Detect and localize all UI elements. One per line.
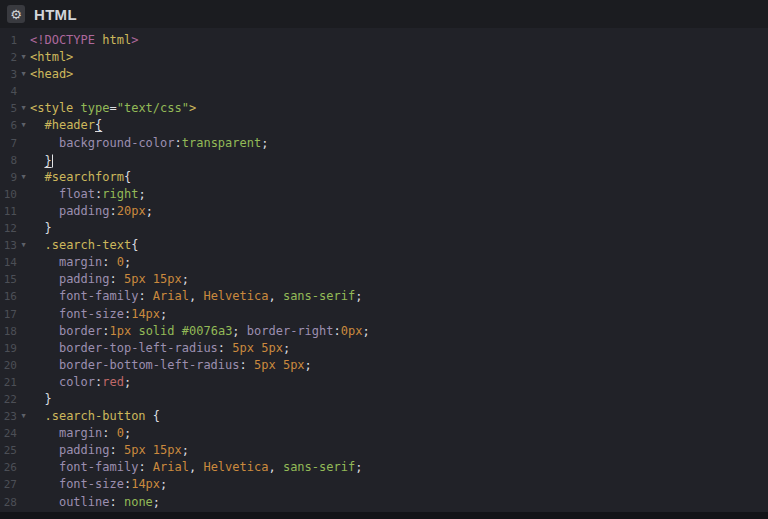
code-editor[interactable]: 1<!DOCTYPE html>2▼<html>3▼<head>45▼<styl… (0, 28, 768, 512)
token-plain: ; (355, 289, 362, 303)
code-text: } (30, 220, 52, 237)
code-text: #header{ (30, 117, 102, 134)
token-plain: : (218, 341, 232, 355)
token-plain: : (334, 324, 341, 338)
token-number: 20px (117, 204, 146, 218)
token-property: border (59, 324, 102, 338)
fold-arrow-icon[interactable]: ▼ (17, 117, 30, 134)
code-line[interactable]: 22 } (0, 391, 768, 408)
code-line[interactable]: 12 } (0, 220, 768, 237)
code-line[interactable]: 18 border:1px solid #0076a3; border-righ… (0, 323, 768, 340)
code-line[interactable]: 20 border-bottom-left-radius: 5px 5px; (0, 357, 768, 374)
code-line[interactable]: 24 margin: 0; (0, 425, 768, 442)
code-text: font-size:14px; (30, 306, 167, 323)
token-selector: .search-text (44, 238, 131, 252)
fold-arrow-icon[interactable]: ▼ (17, 169, 30, 186)
line-number: 17 (0, 306, 17, 323)
code-line[interactable]: 17 font-size:14px; (0, 306, 768, 323)
code-text: <!DOCTYPE html> (30, 32, 138, 49)
code-line[interactable]: 11 padding:20px; (0, 203, 768, 220)
code-line[interactable]: 13▼ .search-text{ (0, 237, 768, 254)
code-line[interactable]: 4 (0, 83, 768, 100)
code-line[interactable]: 1<!DOCTYPE html> (0, 32, 768, 49)
code-line[interactable]: 25 padding: 5px 15px; (0, 442, 768, 459)
pane-divider[interactable] (0, 512, 768, 519)
code-line[interactable]: 7 background-color:transparent; (0, 135, 768, 152)
token-plain: ; (160, 307, 167, 321)
token-property: float (59, 187, 95, 201)
code-text: border-top-left-radius: 5px 5px; (30, 340, 290, 357)
token-plain (30, 460, 59, 474)
line-number: 2 (0, 49, 17, 66)
code-line[interactable]: 28 outline: none; (0, 494, 768, 511)
token-bracematch: } (44, 154, 51, 168)
token-colorkw: red (102, 375, 124, 389)
code-line[interactable]: 2▼<html> (0, 49, 768, 66)
token-number: 0 (117, 255, 124, 269)
fold-spacer (17, 83, 30, 100)
token-plain: , (189, 289, 203, 303)
token-plain: { (124, 170, 131, 184)
token-plain: : (240, 358, 254, 372)
code-line[interactable]: 19 border-top-left-radius: 5px 5px; (0, 340, 768, 357)
code-line[interactable]: 8 } (0, 152, 768, 169)
line-number: 20 (0, 357, 17, 374)
code-line[interactable]: 9▼ #searchform{ (0, 169, 768, 186)
fold-spacer (17, 32, 30, 49)
code-text: border:1px solid #0076a3; border-right:0… (30, 323, 370, 340)
token-plain: : (138, 289, 152, 303)
token-plain: ; (124, 426, 131, 440)
token-fontname: Arial (153, 289, 189, 303)
code-line[interactable]: 15 padding: 5px 15px; (0, 271, 768, 288)
token-plain: = (109, 101, 116, 115)
line-number: 27 (0, 476, 17, 493)
line-number: 28 (0, 494, 17, 511)
token-plain (146, 443, 153, 457)
token-plain (30, 358, 59, 372)
token-plain (30, 170, 44, 184)
token-tag: <style (30, 101, 81, 115)
code-text: background-color:transparent; (30, 135, 268, 152)
token-property: border-right (247, 324, 334, 338)
token-property: font-family (59, 289, 138, 303)
fold-arrow-icon[interactable]: ▼ (17, 66, 30, 83)
code-text: border-bottom-left-radius: 5px 5px; (30, 357, 312, 374)
fold-spacer (17, 186, 30, 203)
code-line[interactable]: 21 color:red; (0, 374, 768, 391)
token-value: solid (138, 324, 174, 338)
settings-button[interactable]: ⚙ (7, 5, 25, 23)
line-number: 14 (0, 254, 17, 271)
token-plain (276, 358, 283, 372)
fold-spacer (17, 254, 30, 271)
code-line[interactable]: 5▼<style type="text/css"> (0, 100, 768, 117)
token-plain: ; (124, 375, 131, 389)
code-line[interactable]: 26 font-family: Arial, Helvetica, sans-s… (0, 459, 768, 476)
gear-icon: ⚙ (10, 8, 22, 21)
token-tag: > (189, 101, 196, 115)
code-line[interactable]: 10 float:right; (0, 186, 768, 203)
code-line[interactable]: 6▼ #header{ (0, 117, 768, 134)
token-plain: } (30, 392, 52, 406)
fold-spacer (17, 357, 30, 374)
fold-arrow-icon[interactable]: ▼ (17, 237, 30, 254)
token-plain (30, 375, 59, 389)
code-line[interactable]: 14 margin: 0; (0, 254, 768, 271)
code-line[interactable]: 3▼<head> (0, 66, 768, 83)
fold-arrow-icon[interactable]: ▼ (17, 49, 30, 66)
code-line[interactable]: 23▼ .search-button { (0, 408, 768, 425)
code-line[interactable]: 27 font-size:14px; (0, 476, 768, 493)
code-line[interactable]: 16 font-family: Arial, Helvetica, sans-s… (0, 288, 768, 305)
fold-arrow-icon[interactable]: ▼ (17, 408, 30, 425)
token-value: right (102, 187, 138, 201)
token-number: 15px (153, 272, 182, 286)
line-number: 24 (0, 425, 17, 442)
token-plain (30, 187, 59, 201)
token-plain: ; (182, 443, 189, 457)
fold-spacer (17, 442, 30, 459)
code-text: <head> (30, 66, 73, 83)
line-number: 26 (0, 459, 17, 476)
fold-arrow-icon[interactable]: ▼ (17, 100, 30, 117)
token-plain: ; (261, 136, 268, 150)
code-text: .search-text{ (30, 237, 138, 254)
token-bracematch: { (95, 118, 102, 132)
